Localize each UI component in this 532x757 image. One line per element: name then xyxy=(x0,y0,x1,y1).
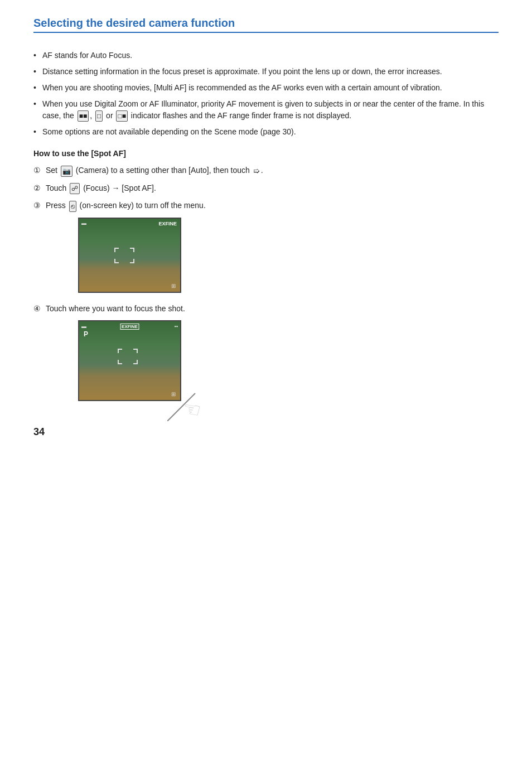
step-2: ② Touch ☍ (Focus) → [Spot AF]. xyxy=(33,182,499,194)
step-3: ③ Press ⎋ (on-screen key) to turn off th… xyxy=(33,200,499,211)
screen-top-labels: EXFINE xyxy=(83,221,177,226)
camera-screen-2: ▬ EXFINE P ▪▪ ⊞ xyxy=(78,320,181,401)
bullet-item-2: Distance setting information in the focu… xyxy=(33,66,499,78)
af-corner-bl-2 xyxy=(118,360,122,364)
step-num-1: ① xyxy=(33,165,46,176)
step-text-2: Touch ☍ (Focus) → [Spot AF]. xyxy=(46,182,499,194)
screen-label-right: EXFINE xyxy=(158,221,177,226)
onscreen-key-icon: ⎋ xyxy=(69,201,76,212)
camera-screen-1: ▬ EXFINE ⊞ xyxy=(78,218,181,293)
step-num-4: ④ xyxy=(33,303,46,315)
af-corner-tl-2 xyxy=(118,349,122,353)
af-corner-tl xyxy=(114,248,119,252)
bullet-item-4: When you use Digital Zoom or AF Illumina… xyxy=(33,98,499,122)
step-text-4: Touch where you want to focus the shot. xyxy=(46,303,499,315)
bullet-list: AF stands for Auto Focus. Distance setti… xyxy=(33,50,499,138)
svg-line-0 xyxy=(167,393,195,421)
page-container: Selecting the desired camera function AF… xyxy=(0,0,532,455)
af-frame-1 xyxy=(114,248,134,263)
step-num-2: ② xyxy=(33,182,46,194)
step-text-3: Press ⎋ (on-screen key) to turn off the … xyxy=(46,200,499,211)
battery-icon-2: ▬ xyxy=(81,324,86,329)
section-heading: How to use the [Spot AF] xyxy=(33,149,499,158)
bullet-item-3: When you are shooting movies, [Multi AF]… xyxy=(33,82,499,94)
step-num-3: ③ xyxy=(33,200,46,211)
page-number: 34 xyxy=(33,426,45,438)
focus-icon: ☍ xyxy=(70,183,80,194)
af-corner-bl xyxy=(114,259,119,263)
top-right-icons-2: ▪▪ xyxy=(175,324,178,329)
step-1: ① Set 📷 (Camera) to a setting other than… xyxy=(33,165,499,177)
screen-bottom-right-icon: ⊞ xyxy=(171,283,176,289)
step-text-1: Set 📷 (Camera) to a setting other than [… xyxy=(46,165,499,177)
arrow-icon: ➯ xyxy=(253,165,260,177)
af-corner-tr xyxy=(130,248,134,252)
camera-icon: 📷 xyxy=(61,166,72,177)
af-corner-tr-2 xyxy=(133,349,138,353)
indicator-icon-2: □ xyxy=(95,110,103,122)
af-corner-br-2 xyxy=(133,360,138,364)
indicator-icon-1: ■■ xyxy=(78,110,89,122)
exfine-label-2: EXFINE xyxy=(120,324,139,330)
bullet-item-1: AF stands for Auto Focus. xyxy=(33,50,499,61)
af-frame-2 xyxy=(118,349,138,364)
step-4: ④ Touch where you want to focus the shot… xyxy=(33,303,499,315)
page-title: Selecting the desired camera function xyxy=(33,17,499,33)
p-label: P xyxy=(84,330,88,338)
cursor-line xyxy=(167,388,201,421)
indicator-icon-3: □■ xyxy=(116,110,128,122)
bullet-item-5: Some options are not available depending… xyxy=(33,126,499,138)
af-corner-br xyxy=(130,259,134,263)
